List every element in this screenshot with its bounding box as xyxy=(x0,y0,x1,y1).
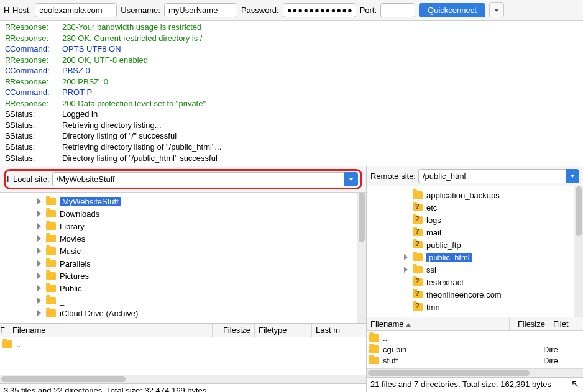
remote-site-path-input[interactable] xyxy=(418,169,566,183)
local-directory-tree[interactable]: MyWebsiteStuffDownloadsLibraryMoviesMusi… xyxy=(0,193,366,323)
tree-item[interactable]: Pictures xyxy=(37,270,366,282)
tree-item[interactable]: Downloads xyxy=(37,207,366,220)
tree-item-label: theonlineencore.com xyxy=(426,290,502,299)
sites-split: I Local site: MyWebsiteStuffDownloadsLib… xyxy=(0,166,583,392)
column-filename[interactable]: Filename xyxy=(9,324,213,337)
log-label: Response: xyxy=(10,98,62,109)
column-filename[interactable]: Filename xyxy=(367,317,510,330)
scrollbar-thumb[interactable] xyxy=(1,376,126,382)
quickconnect-button[interactable]: Quickconnect xyxy=(419,3,485,17)
scrollbar-thumb[interactable] xyxy=(368,370,530,376)
log-message: Logged in xyxy=(62,109,98,120)
filelist-name: .. xyxy=(383,334,539,343)
log-label: Command: xyxy=(10,43,62,55)
log-message: PBSZ 0 xyxy=(62,65,90,76)
column-lastmodified[interactable]: Last m xyxy=(312,324,366,337)
scrollbar-horizontal[interactable] xyxy=(367,368,583,377)
local-site-dropdown-button[interactable] xyxy=(344,172,358,186)
folder-icon xyxy=(46,235,56,242)
folder-icon xyxy=(413,216,423,224)
scrollbar-vertical[interactable] xyxy=(357,193,366,323)
scrollbar-thumb[interactable] xyxy=(359,193,365,242)
remote-site-dropdown-button[interactable] xyxy=(566,169,579,183)
folder-icon xyxy=(2,340,12,348)
folder-icon xyxy=(46,260,56,267)
expand-arrow-icon[interactable] xyxy=(37,285,41,291)
tree-item[interactable]: MyWebsiteStuff xyxy=(37,195,366,207)
tree-item-label: testextract xyxy=(426,278,464,287)
tree-item-label: Movies xyxy=(60,234,85,244)
folder-icon xyxy=(413,266,423,273)
filelist-type: Dire xyxy=(543,356,581,365)
password-input[interactable] xyxy=(283,3,356,17)
filelist-name: stuff xyxy=(383,356,539,365)
tree-item[interactable]: public_html xyxy=(404,251,583,263)
column-filesize[interactable]: Filesize xyxy=(510,317,549,330)
column-filesize[interactable]: Filesize xyxy=(213,324,255,337)
remote-filelist-header[interactable]: Filename Filesize Filet xyxy=(367,317,583,331)
log-line: RResponse:200 PBSZ=0 xyxy=(5,76,578,88)
folder-icon xyxy=(46,272,56,280)
remote-filelist[interactable]: ..cgi-binDirestuffDire xyxy=(367,331,583,368)
tree-item[interactable]: Movies xyxy=(37,232,366,245)
tree-item-label: iCloud Drive (Archive) xyxy=(60,309,138,318)
truncated-lead: C xyxy=(5,65,10,76)
remote-pane: Remote site: application_backupsetclogsm… xyxy=(367,166,583,392)
expand-arrow-icon[interactable] xyxy=(37,248,41,254)
scrollbar-vertical[interactable] xyxy=(574,186,583,317)
remote-status-bar: 21 files and 7 directories. Total size: … xyxy=(367,377,583,391)
tree-item[interactable]: Parallels xyxy=(37,257,366,270)
log-message: 200 Data protection level set to "privat… xyxy=(62,98,206,109)
folder-icon xyxy=(46,285,56,292)
scrollbar-horizontal[interactable] xyxy=(0,375,366,383)
tree-item[interactable]: theonlineencore.com xyxy=(404,288,583,301)
tree-item[interactable]: Music xyxy=(37,245,366,257)
folder-icon xyxy=(413,241,423,248)
tree-item[interactable]: testextract xyxy=(404,276,583,288)
tree-item[interactable]: _ xyxy=(37,294,366,307)
local-filelist-header[interactable]: F Filename Filesize Filetype Last m xyxy=(0,323,366,337)
expand-arrow-icon[interactable] xyxy=(37,310,41,316)
tree-item[interactable]: logs xyxy=(404,214,583,226)
truncated-lead: C xyxy=(5,87,10,98)
local-filelist[interactable]: .. xyxy=(0,337,366,375)
expand-arrow-icon[interactable] xyxy=(37,198,41,204)
tree-item[interactable]: Library xyxy=(37,220,366,232)
tree-item[interactable]: application_backups xyxy=(404,189,583,201)
tree-item[interactable]: Public xyxy=(37,282,366,294)
tree-item[interactable]: etc xyxy=(404,201,583,214)
expand-arrow-icon[interactable] xyxy=(37,223,41,229)
log-line: SStatus:Retrieving directory listing of … xyxy=(5,142,578,153)
expand-arrow-icon[interactable] xyxy=(404,267,408,273)
filelist-row[interactable]: .. xyxy=(2,339,364,350)
expand-arrow-icon[interactable] xyxy=(37,298,41,304)
filelist-row[interactable]: .. xyxy=(369,332,581,344)
host-input[interactable] xyxy=(35,3,117,17)
expand-arrow-icon[interactable] xyxy=(37,273,41,279)
tree-item[interactable]: iCloud Drive (Archive) xyxy=(37,307,366,319)
remote-directory-tree[interactable]: application_backupsetclogsmailpublic_ftp… xyxy=(367,186,583,317)
tree-item[interactable]: tmn xyxy=(404,301,583,313)
filelist-name: .. xyxy=(16,340,364,349)
local-site-path-input[interactable] xyxy=(52,172,344,186)
log-label: Status: xyxy=(10,142,62,153)
expand-arrow-icon[interactable] xyxy=(404,254,408,260)
expand-arrow-icon[interactable] xyxy=(37,260,41,267)
tree-item-label: _ xyxy=(60,296,64,306)
column-filetype[interactable]: Filetype xyxy=(255,324,312,337)
column-filetype[interactable]: Filet xyxy=(549,317,583,330)
expand-arrow-icon[interactable] xyxy=(37,235,41,242)
tree-item[interactable]: public_ftp xyxy=(404,239,583,251)
tree-item-label: Downloads xyxy=(60,209,99,219)
filelist-row[interactable]: stuffDire xyxy=(369,355,581,366)
filelist-row[interactable]: cgi-binDire xyxy=(369,344,581,355)
expand-arrow-icon[interactable] xyxy=(37,211,41,217)
quickconnect-history-button[interactable] xyxy=(489,2,504,17)
port-input[interactable] xyxy=(380,3,415,17)
tree-item[interactable]: ssl xyxy=(404,263,583,276)
scrollbar-thumb[interactable] xyxy=(576,186,582,236)
log-line: CCommand:PROT P xyxy=(5,87,578,98)
truncated-lead: I xyxy=(7,175,12,184)
username-input[interactable] xyxy=(164,3,237,17)
tree-item[interactable]: mail xyxy=(404,226,583,239)
